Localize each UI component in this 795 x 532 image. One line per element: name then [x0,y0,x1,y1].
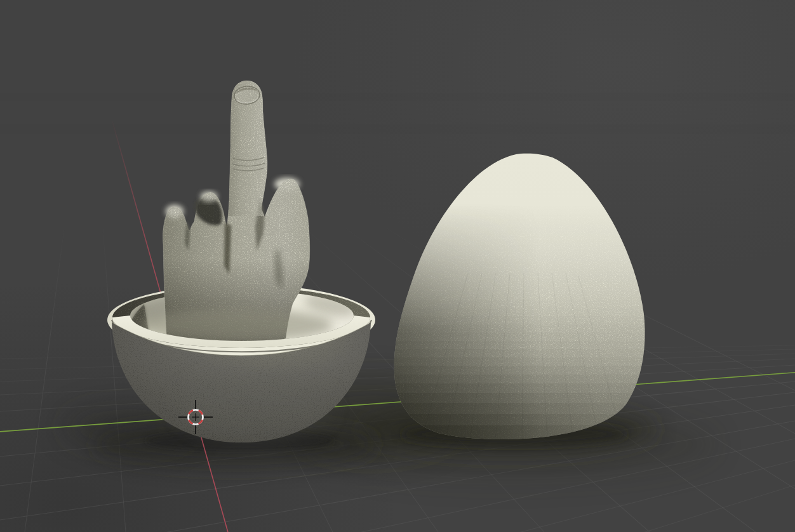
far-grid-band [0,124,795,134]
viewport[interactable] [0,0,795,532]
far-grid-band [0,93,795,101]
